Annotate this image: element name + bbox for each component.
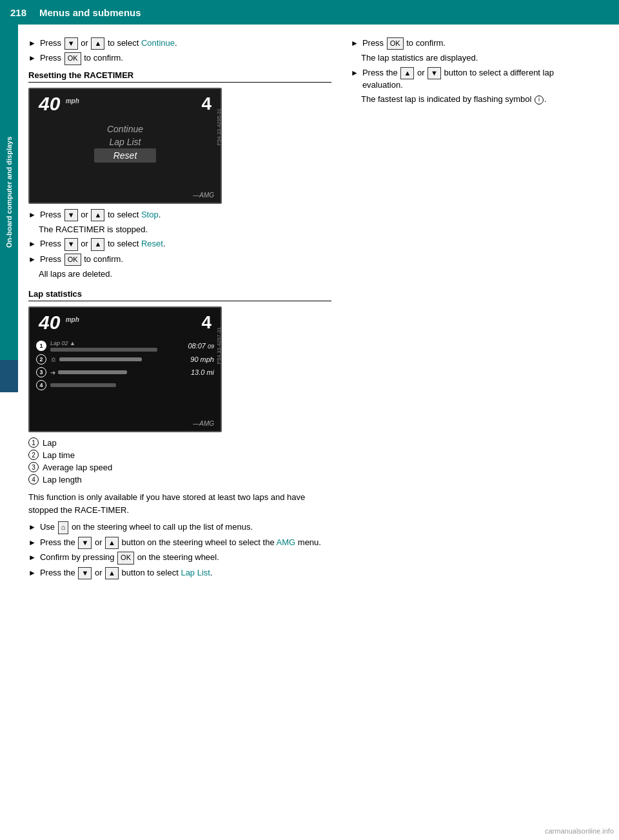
bullet-arrow: ► <box>351 38 359 49</box>
lap-circle-4: 4 <box>36 380 46 390</box>
sidebar-blue-block <box>0 360 18 392</box>
callout-label-4: Lap length <box>43 475 82 485</box>
lap-row-2: 2 ⛭ 90 mph <box>36 354 214 365</box>
screen2-mph: mph <box>66 316 79 323</box>
bullet-arrow: ► <box>28 38 36 49</box>
page-title: Menus and submenus <box>39 7 141 18</box>
content-area: ► Press ▼ or ▲ to select Continue. ► Pre… <box>18 25 619 840</box>
screen1-menu: Continue Lap List Reset <box>30 123 221 163</box>
s1-bullet-2: ► Press ▼ or ▲ to select Reset. <box>28 238 331 250</box>
s2-bullet-1: ► Use ⌂ on the steering wheel to call up… <box>28 521 331 534</box>
screen2-amg: —AMG <box>193 420 214 427</box>
r-bullet-2-text: Press the ▲ or ▼ button to select a diff… <box>362 67 589 92</box>
s2-bullet-3-text: Confirm by pressing OK on the steering w… <box>40 552 219 564</box>
lap-dist: 13.0 mi <box>191 368 214 376</box>
screen1-photoid: P54 33-4295-31 <box>216 108 222 145</box>
intro-bullet-1-text: Press ▼ or ▲ to select Continue. <box>40 37 177 50</box>
menu-continue: Continue <box>107 123 143 135</box>
down-btn: ▼ <box>427 67 441 79</box>
page-number: 218 <box>10 7 26 18</box>
menu-reset: Reset <box>94 148 157 163</box>
bullet-arrow: ► <box>28 239 36 250</box>
callout-num-1: 1 <box>28 437 39 448</box>
left-column: ► Press ▼ or ▲ to select Continue. ► Pre… <box>28 37 331 827</box>
info-circle: i <box>535 95 544 105</box>
sidebar: On-board computer and displays <box>0 25 18 840</box>
callout-label-3: Average lap speed <box>43 463 112 472</box>
down-btn: ▼ <box>78 567 92 579</box>
callout-num-3: 3 <box>28 462 39 472</box>
s1-bullet-2-text: Press ▼ or ▲ to select Reset. <box>40 238 166 250</box>
down-btn: ▼ <box>64 37 78 50</box>
lap-row-3: 3 ➜ 13.0 mi <box>36 367 214 377</box>
laplist-highlight: Lap List <box>181 568 210 577</box>
sidebar-label: On-board computer and displays <box>0 25 18 360</box>
info-paragraph: This function is only available if you h… <box>28 491 331 516</box>
screen2-lap-num: 4 <box>201 312 211 333</box>
s2-bullet-1-text: Use ⌂ on the steering wheel to call up t… <box>40 521 253 534</box>
callout-4: 4 Lap length <box>28 474 331 485</box>
intro-bullet-1: ► Press ▼ or ▲ to select Continue. <box>28 37 331 50</box>
r-bullet-1: ► Press OK to confirm. <box>351 37 589 50</box>
lap-circle-2: 2 <box>36 354 46 365</box>
header-bar: 218 Menus and submenus <box>0 0 619 25</box>
bullet-arrow: ► <box>28 522 36 533</box>
s1-bullet-1-text: Press ▼ or ▲ to select Stop. <box>40 209 161 221</box>
r-bullet-2: ► Press the ▲ or ▼ button to select a di… <box>351 67 589 92</box>
intro-bullet-2: ► Press OK to confirm. <box>28 52 331 65</box>
up-btn: ▲ <box>105 567 119 579</box>
screen2-speed: 40 mph <box>39 312 79 334</box>
callout-num-4: 4 <box>28 474 39 485</box>
ok-btn: OK <box>64 254 81 266</box>
section2-heading: Lap statistics <box>28 289 331 301</box>
up-btn: ▲ <box>105 537 119 549</box>
intro-bullet-2-text: Press OK to confirm. <box>40 52 123 65</box>
bullet-arrow: ► <box>28 254 36 265</box>
home-btn: ⌂ <box>58 521 69 534</box>
callout-2: 2 Lap time <box>28 450 331 460</box>
down-btn: ▼ <box>64 238 78 250</box>
s2-bullet-4: ► Press the ▼ or ▲ button to select Lap … <box>28 567 331 579</box>
s1-bullet-1: ► Press ▼ or ▲ to select Stop. <box>28 209 331 221</box>
ok-btn: OK <box>64 52 81 65</box>
callout-label-1: Lap <box>43 438 57 448</box>
s2-bullet-3: ► Confirm by pressing OK on the steering… <box>28 552 331 564</box>
bullet-arrow: ► <box>28 552 36 563</box>
screen1: 40 mph 4 Continue Lap List Reset —AMG P5… <box>28 88 222 204</box>
up-btn: ▲ <box>91 37 104 50</box>
bullet-arrow: ► <box>28 568 36 579</box>
s1-bullet-3: ► Press OK to confirm. <box>28 254 331 266</box>
s2-bullet-2: ► Press the ▼ or ▲ button on the steerin… <box>28 537 331 549</box>
ok-btn: OK <box>117 552 134 564</box>
down-btn: ▼ <box>78 537 92 549</box>
callout-1: 1 Lap <box>28 437 331 448</box>
bullet-arrow: ► <box>28 537 36 548</box>
screen2-lap-items: 1 Lap 02 ▲ 08:07 09 2 ⛭ <box>30 337 221 395</box>
callout-list: 1 Lap 2 Lap time 3 Average lap speed 4 L… <box>28 437 331 485</box>
bullet-arrow: ► <box>28 210 36 221</box>
ok-btn: OK <box>387 37 404 50</box>
screen1-amg: —AMG <box>193 192 214 199</box>
s1-indent-1: The RACETIMER is stopped. <box>39 224 331 235</box>
s2-bullet-2-text: Press the ▼ or ▲ button on the steering … <box>40 537 321 549</box>
section1-heading: Resetting the RACETIMER <box>28 70 331 83</box>
screen2-photoid: P54 33-4297-31 <box>216 327 222 364</box>
screen2-top-bar: 40 mph 4 <box>30 308 221 335</box>
menu-laplist: Lap List <box>109 135 141 148</box>
stop-highlight: Stop <box>141 210 159 219</box>
screen1-lap-num: 4 <box>201 94 211 114</box>
bullet-arrow: ► <box>28 53 36 64</box>
lap-row-4: 4 <box>36 380 214 390</box>
lap-circle-3: 3 <box>36 367 46 377</box>
callout-label-2: Lap time <box>43 450 75 460</box>
r-indent-2: The fastest lap is indicated by flashing… <box>361 94 589 105</box>
s2-bullet-4-text: Press the ▼ or ▲ button to select Lap Li… <box>40 567 213 579</box>
lap-speed: 90 mph <box>190 355 214 363</box>
lap-circle-1: 1 <box>36 341 46 351</box>
down-btn: ▼ <box>64 209 78 221</box>
amg-highlight: AMG <box>277 537 296 547</box>
up-btn: ▲ <box>91 238 104 250</box>
right-column: ► Press OK to confirm. The lap statistic… <box>344 37 589 827</box>
screen1-mph: mph <box>66 97 79 105</box>
up-btn: ▲ <box>91 209 104 221</box>
